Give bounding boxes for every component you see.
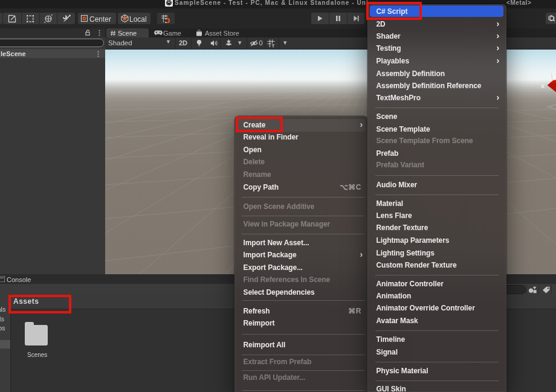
svg-text:x: x (541, 82, 545, 89)
